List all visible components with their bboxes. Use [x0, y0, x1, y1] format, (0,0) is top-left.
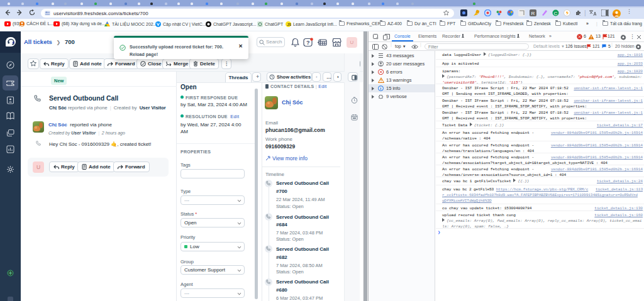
svg-text:?: ? — [306, 40, 310, 46]
svg-text:R: R — [531, 11, 535, 16]
svg-text:JS: JS — [287, 23, 292, 26]
svg-text:C: C — [554, 11, 558, 16]
